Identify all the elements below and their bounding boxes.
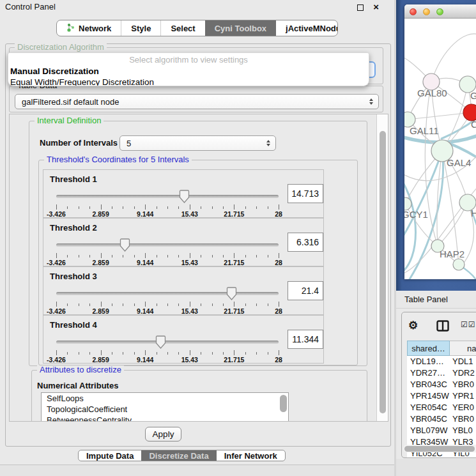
- table-cell[interactable]: YBL0: [450, 425, 476, 436]
- tab-style[interactable]: Style: [121, 20, 160, 36]
- slider-thumb[interactable]: [155, 335, 166, 349]
- tab-label: Select: [171, 24, 195, 33]
- table-cell[interactable]: YBR0: [450, 413, 476, 425]
- column-header-1[interactable]: shared…: [407, 341, 450, 356]
- slider-ticks: [56, 302, 279, 307]
- columns-icon[interactable]: [436, 320, 449, 332]
- threshold-slider[interactable]: -3.4262.8599.14415.4321.71528: [56, 238, 279, 266]
- tick-label: 21.715: [224, 356, 244, 364]
- table-row[interactable]: YER054CYER0: [407, 402, 476, 413]
- table-cell[interactable]: YBR0: [450, 379, 476, 390]
- algorithm-option[interactable]: Equal Width/Frequency Discretization: [8, 77, 369, 86]
- network-window-titlebar[interactable]: [404, 4, 476, 19]
- tab-impute-data[interactable]: Impute Data: [79, 450, 141, 461]
- number-of-intervals-combobox[interactable]: 5: [119, 135, 276, 151]
- slider-track[interactable]: [56, 195, 279, 198]
- close-icon[interactable]: ×: [373, 0, 379, 14]
- tab-select[interactable]: Select: [160, 20, 204, 36]
- network-canvas[interactable]: GAL80GACGAL11GAL4GCY1HHAP2: [404, 19, 476, 279]
- table-cell[interactable]: YER054C: [407, 402, 450, 413]
- column-header-2[interactable]: na: [450, 341, 476, 356]
- threshold-value-field[interactable]: 21.4: [288, 281, 323, 300]
- tick-label: 28: [275, 356, 282, 364]
- settings-scrollbar[interactable]: [376, 114, 388, 421]
- tab-network[interactable]: Network: [57, 20, 121, 36]
- tick-mark: [123, 303, 123, 306]
- algorithm-option[interactable]: Manual Discretization: [8, 66, 369, 77]
- tick-mark: [101, 302, 102, 307]
- tick-mark: [223, 206, 224, 209]
- tick-mark: [256, 206, 257, 209]
- tick-label: 15.43: [181, 356, 198, 364]
- tab-cyni-toolbox[interactable]: Cyni Toolbox: [205, 20, 276, 36]
- network-node-unlabeled[interactable]: [453, 259, 464, 270]
- tick-mark: [157, 255, 157, 257]
- tick-mark: [67, 206, 68, 209]
- table-cell[interactable]: YBL079W: [407, 425, 450, 436]
- tick-mark: [256, 255, 257, 257]
- tick-mark: [157, 303, 157, 306]
- threshold-value-field[interactable]: 14.713: [288, 184, 323, 203]
- slider-track[interactable]: [56, 341, 279, 344]
- tick-mark: [178, 303, 179, 306]
- table-row[interactable]: YDL19…YDL1: [407, 356, 476, 367]
- tick-mark: [56, 253, 57, 258]
- slider-thumb[interactable]: [226, 287, 237, 300]
- tab-infer-network[interactable]: Infer Network: [217, 450, 285, 461]
- tick-mark: [123, 352, 123, 355]
- table-horizontal-scrollbar[interactable]: [403, 445, 476, 452]
- tab-discretize-data[interactable]: Discretize Data: [141, 450, 216, 461]
- zoom-traffic-light-icon[interactable]: [436, 8, 443, 15]
- threshold-slider[interactable]: -3.4262.8599.14415.4321.71528: [56, 189, 279, 217]
- slider-track[interactable]: [56, 243, 279, 247]
- table-cell[interactable]: YDL1: [450, 356, 476, 367]
- table-row[interactable]: YBR045CYBR0: [407, 413, 476, 425]
- threshold-value-field[interactable]: 11.344: [288, 330, 323, 349]
- tick-mark: [112, 255, 112, 257]
- combobox-stepper-icon: [266, 140, 270, 146]
- slider-ticks: [56, 253, 279, 258]
- tick-label: 28: [275, 210, 282, 218]
- tick-mark: [89, 303, 90, 306]
- table-row[interactable]: YBL079WYBL0: [407, 425, 476, 436]
- attribute-list-item[interactable]: SelfLoops: [42, 393, 288, 404]
- table-cell[interactable]: YDR27…: [407, 367, 450, 379]
- tick-mark: [123, 206, 123, 209]
- tick-mark: [134, 255, 135, 257]
- float-window-icon[interactable]: [357, 4, 364, 11]
- threshold-slider[interactable]: -3.4262.8599.14415.4321.71528: [56, 286, 279, 314]
- apply-button[interactable]: Apply: [145, 427, 181, 441]
- minimize-traffic-light-icon[interactable]: [423, 8, 430, 15]
- table-cell[interactable]: YBR045C: [407, 413, 450, 425]
- attribute-list-item[interactable]: BetweennessCentrality: [42, 415, 288, 422]
- tick-mark: [145, 204, 146, 210]
- table-data-combobox[interactable]: galFiltered.sif default node: [15, 94, 379, 109]
- slider-track[interactable]: [56, 292, 279, 295]
- threshold-slider[interactable]: -3.4262.8599.14415.4321.71528: [56, 335, 279, 363]
- table-cell[interactable]: YDL19…: [407, 356, 450, 367]
- slider-ticks: [56, 204, 279, 210]
- table-cell[interactable]: YER0: [450, 402, 476, 413]
- checkboxes-icon[interactable]: ☑☑: [461, 320, 476, 329]
- attributes-list-scrollbar[interactable]: [280, 395, 287, 422]
- table-cell[interactable]: YPR145W: [407, 390, 450, 402]
- table-row[interactable]: YBR043CYBR0: [407, 379, 476, 390]
- bottom-tab-bar: Impute DataDiscretize DataInfer Network: [78, 450, 286, 461]
- gear-icon[interactable]: ⚙: [408, 318, 418, 334]
- table-cell[interactable]: YBR043C: [407, 379, 450, 390]
- attribute-list-item[interactable]: TopologicalCoefficient: [42, 404, 288, 415]
- tick-mark: [112, 303, 112, 306]
- threshold-value-field[interactable]: 6.316: [288, 233, 323, 252]
- table-row[interactable]: YPR145WYPR1: [407, 390, 476, 402]
- slider-thumb[interactable]: [119, 238, 130, 252]
- table-cell[interactable]: YDR2: [450, 367, 476, 379]
- table-cell[interactable]: YPR1: [450, 390, 476, 402]
- node-label: GCY1: [404, 209, 428, 220]
- numerical-attributes-list[interactable]: SelfLoopsTopologicalCoefficientBetweenne…: [41, 392, 289, 422]
- table-row[interactable]: YDR27…YDR2: [407, 367, 476, 379]
- slider-thumb[interactable]: [179, 190, 190, 203]
- tab-label: Network: [79, 24, 111, 33]
- tab-jactivemnodules[interactable]: jActiveMNodules: [276, 20, 338, 36]
- close-traffic-light-icon[interactable]: [410, 8, 417, 15]
- tick-mark: [101, 253, 102, 258]
